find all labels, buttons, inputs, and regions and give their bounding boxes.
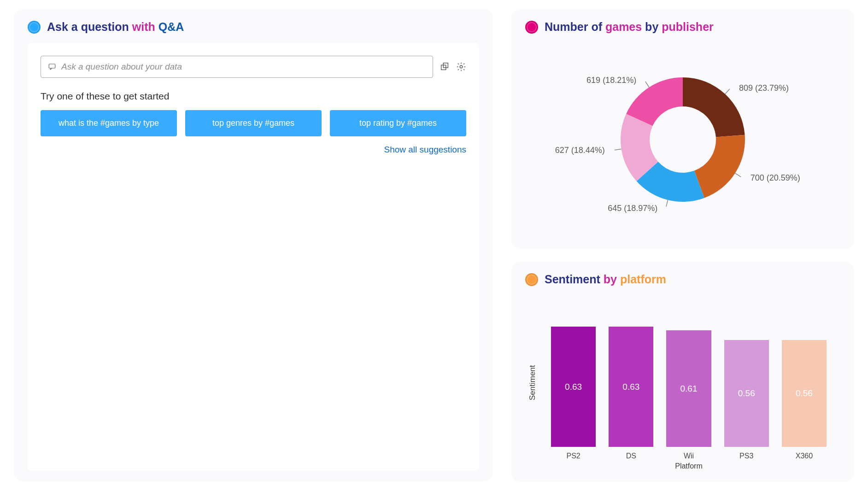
show-all-link[interactable]: Show all suggestions bbox=[384, 145, 467, 154]
bar-category-label: Wii bbox=[666, 452, 711, 460]
categories-row: PS2DSWiiPS3X360 bbox=[537, 447, 840, 460]
chat-icon bbox=[47, 63, 57, 71]
donut-slice-label: 619 (18.21%) bbox=[586, 76, 636, 85]
donut-slice-label: 627 (18.44%) bbox=[555, 146, 605, 155]
dot-icon bbox=[525, 273, 538, 286]
qna-body: Try one of these to get started what is … bbox=[28, 43, 479, 471]
donut-header: Number of games by publisher bbox=[525, 20, 840, 34]
suggestions-row: what is the #games by type top genres by… bbox=[41, 110, 466, 136]
bar-item: 0.61 bbox=[666, 330, 711, 447]
svg-line-4 bbox=[725, 89, 730, 94]
svg-line-8 bbox=[645, 82, 649, 88]
bar-rect[interactable]: 0.63 bbox=[551, 327, 596, 447]
bar-category-label: PS2 bbox=[551, 452, 596, 460]
donut-slice-label: 809 (23.79%) bbox=[739, 83, 789, 93]
bar-card: Sentiment by platform Sentiment 0.630.63… bbox=[511, 262, 854, 482]
gear-icon[interactable] bbox=[456, 62, 466, 72]
donut-chart: 809 (23.79%)700 (20.59%)645 (18.97%)627 … bbox=[525, 43, 840, 236]
bar-chart: Sentiment 0.630.630.610.560.56 PS2DSWiiP… bbox=[525, 295, 840, 470]
donut-title-part: by bbox=[642, 20, 662, 33]
bar-title-part: by bbox=[600, 273, 620, 286]
dot-icon bbox=[28, 21, 41, 34]
qna-input[interactable] bbox=[61, 62, 426, 72]
try-prompt: Try one of these to get started bbox=[41, 91, 466, 102]
bar-category-label: X360 bbox=[782, 452, 827, 460]
qna-title-part: with bbox=[129, 20, 158, 33]
bar-rect[interactable]: 0.56 bbox=[782, 340, 827, 447]
bar-title-part: platform bbox=[620, 273, 666, 286]
bar-category-label: DS bbox=[609, 452, 653, 460]
svg-line-7 bbox=[615, 149, 622, 150]
suggestion-button[interactable]: top genres by #games bbox=[185, 110, 322, 136]
bar-rect[interactable]: 0.56 bbox=[724, 340, 769, 447]
dot-icon bbox=[525, 21, 538, 34]
qna-header: Ask a question with Q&A bbox=[28, 20, 479, 34]
qna-title: Ask a question with Q&A bbox=[47, 20, 184, 34]
suggestion-button[interactable]: what is the #games by type bbox=[41, 110, 177, 136]
qna-title-part: Q&A bbox=[158, 20, 184, 33]
bar-item: 0.63 bbox=[609, 327, 653, 447]
bar-category-label: PS3 bbox=[724, 452, 769, 460]
bar-header: Sentiment by platform bbox=[525, 273, 840, 286]
donut-title-part: games bbox=[605, 20, 642, 33]
svg-line-5 bbox=[735, 173, 741, 177]
suggestion-button[interactable]: top rating by #games bbox=[330, 110, 466, 136]
donut-slice-label: 645 (18.97%) bbox=[608, 204, 657, 213]
qna-card: Ask a question with Q&A Try one of these… bbox=[14, 9, 493, 481]
bar-title-part: Sentiment bbox=[545, 273, 600, 286]
svg-point-3 bbox=[460, 65, 463, 68]
donut-slice-label: 700 (20.59%) bbox=[751, 173, 800, 183]
popout-icon[interactable] bbox=[440, 62, 450, 72]
donut-slice[interactable] bbox=[683, 77, 745, 137]
qna-title-part: Ask a question bbox=[47, 20, 129, 33]
donut-svg bbox=[614, 70, 752, 209]
donut-title: Number of games by publisher bbox=[545, 20, 714, 34]
bars-row: 0.630.630.610.560.56 bbox=[537, 295, 840, 447]
bars-area: 0.630.630.610.560.56 PS2DSWiiPS3X360 Pla… bbox=[537, 295, 840, 470]
show-all-wrap: Show all suggestions bbox=[41, 145, 466, 155]
x-axis-label: Platform bbox=[537, 462, 840, 470]
bar-rect[interactable]: 0.63 bbox=[609, 327, 653, 447]
donut-title-part: Number of bbox=[545, 20, 605, 33]
donut-title-part: publisher bbox=[662, 20, 714, 33]
bar-title: Sentiment by platform bbox=[545, 273, 666, 286]
bar-item: 0.56 bbox=[724, 340, 769, 447]
bar-rect[interactable]: 0.61 bbox=[666, 330, 711, 447]
donut-slice[interactable] bbox=[694, 135, 745, 198]
qna-input-wrap[interactable] bbox=[41, 56, 433, 78]
svg-line-6 bbox=[666, 200, 668, 207]
bar-item: 0.56 bbox=[782, 340, 827, 447]
y-axis-label: Sentiment bbox=[525, 295, 537, 470]
donut-card: Number of games by publisher 809 (23.79%… bbox=[511, 9, 854, 249]
input-row bbox=[41, 56, 466, 78]
bar-item: 0.63 bbox=[551, 327, 596, 447]
svg-rect-0 bbox=[49, 64, 55, 68]
